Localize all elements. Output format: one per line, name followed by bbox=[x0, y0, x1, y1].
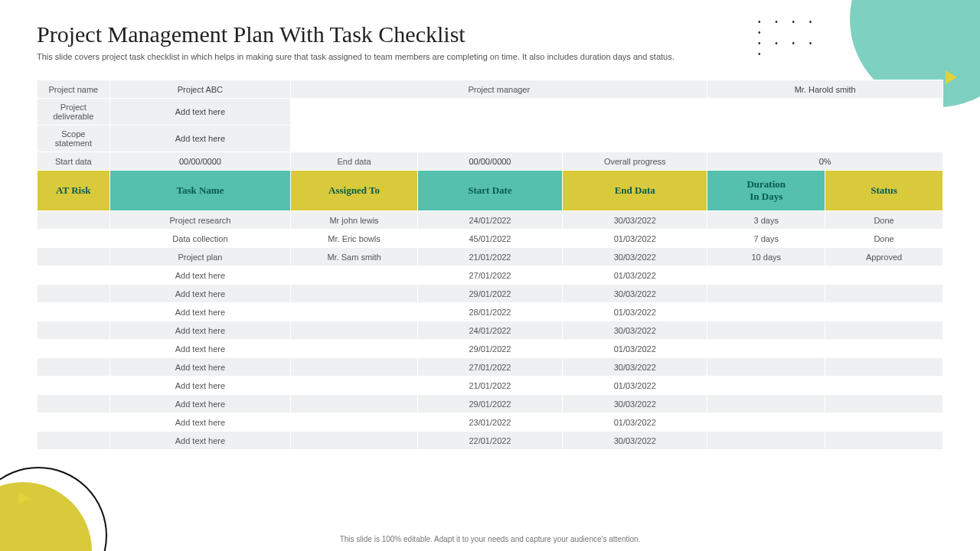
meta-label: Scope statement bbox=[38, 126, 110, 152]
footer-note: This slide is 100% editable. Adapt it to… bbox=[0, 535, 980, 543]
cell-start: 28/01/2022 bbox=[417, 303, 562, 321]
cell-name: Add text here bbox=[109, 432, 291, 450]
cell-assigned bbox=[291, 266, 418, 285]
table-row: Add text here21/01/202201/03/2022 bbox=[38, 377, 943, 395]
cell-end: 30/03/2022 bbox=[563, 358, 707, 377]
meta-label: Overall progress bbox=[563, 152, 707, 171]
meta-value: Mr. Harold smith bbox=[707, 80, 943, 99]
cell-start: 22/01/2022 bbox=[417, 432, 562, 450]
cell-risk bbox=[38, 266, 110, 285]
table-row: Add text here29/01/202201/03/2022 bbox=[38, 340, 943, 358]
cell-end: 30/03/2022 bbox=[563, 285, 707, 303]
cell-status bbox=[825, 340, 943, 358]
cell-dur bbox=[707, 377, 825, 395]
blank-cell bbox=[291, 126, 943, 152]
cell-assigned bbox=[291, 321, 418, 340]
cell-dur bbox=[707, 321, 825, 340]
page-subtitle: This slide covers project task checklist… bbox=[37, 52, 943, 61]
cell-end: 30/03/2022 bbox=[563, 395, 707, 413]
meta-label: End data bbox=[291, 152, 418, 171]
table-row: Add text here29/01/202230/03/2022 bbox=[38, 285, 943, 303]
cell-start: 24/01/2022 bbox=[417, 321, 562, 340]
cell-start: 27/01/2022 bbox=[417, 358, 562, 377]
table-row: Add text here29/01/202230/03/2022 bbox=[38, 395, 943, 413]
cell-status bbox=[825, 321, 943, 340]
col-header-duration: Duration In Days bbox=[707, 171, 825, 211]
meta-value: Project ABC bbox=[109, 80, 291, 99]
cell-status bbox=[825, 266, 943, 285]
cell-assigned bbox=[291, 358, 418, 377]
meta-value: 00/00/0000 bbox=[417, 152, 562, 171]
cell-risk bbox=[38, 340, 110, 358]
cell-end: 01/03/2022 bbox=[563, 230, 707, 248]
table-row: Add text here22/01/202230/03/2022 bbox=[38, 432, 943, 450]
meta-label: Project name bbox=[38, 80, 110, 99]
cell-risk bbox=[38, 377, 110, 395]
cell-assigned bbox=[291, 285, 418, 303]
cell-assigned bbox=[291, 303, 418, 321]
cell-status: Done bbox=[825, 230, 943, 248]
cell-name: Add text here bbox=[109, 395, 291, 413]
cell-status bbox=[825, 432, 943, 450]
cell-assigned bbox=[291, 377, 418, 395]
meta-value: Add text here bbox=[109, 126, 291, 152]
cell-dur bbox=[707, 303, 825, 321]
col-header-end: End Data bbox=[563, 171, 707, 211]
cell-start: 21/01/2022 bbox=[417, 377, 562, 395]
cell-dur bbox=[707, 413, 825, 432]
meta-label: Project deliverable bbox=[38, 99, 110, 126]
cell-end: 01/03/2022 bbox=[563, 266, 707, 285]
cell-risk bbox=[38, 211, 110, 230]
col-header-assigned: Assigned To bbox=[291, 171, 418, 211]
cell-status: Approved bbox=[825, 248, 943, 266]
cell-start: 29/01/2022 bbox=[417, 395, 562, 413]
cell-name: Add text here bbox=[109, 358, 291, 377]
cell-assigned bbox=[291, 395, 418, 413]
cell-name: Data collection bbox=[109, 230, 291, 248]
cell-name: Add text here bbox=[109, 321, 291, 340]
cell-name: Project research bbox=[109, 211, 291, 230]
cell-risk bbox=[38, 358, 110, 377]
cell-status: Done bbox=[825, 211, 943, 230]
cell-start: 23/01/2022 bbox=[417, 413, 562, 432]
cell-end: 01/03/2022 bbox=[563, 413, 707, 432]
cell-risk bbox=[38, 248, 110, 266]
col-header-task: Task Name bbox=[109, 171, 291, 211]
cell-assigned bbox=[291, 432, 418, 450]
cell-status bbox=[825, 377, 943, 395]
cell-status bbox=[825, 285, 943, 303]
cell-assigned: Mr. Eric bowls bbox=[291, 230, 418, 248]
page-title: Project Management Plan With Task Checkl… bbox=[37, 21, 943, 47]
cell-name: Add text here bbox=[109, 413, 291, 432]
col-header-start: Start Date bbox=[417, 171, 562, 211]
cell-end: 30/03/2022 bbox=[563, 432, 707, 450]
cell-end: 30/03/2022 bbox=[563, 321, 707, 340]
cell-assigned: Mr john lewis bbox=[291, 211, 418, 230]
cell-end: 01/03/2022 bbox=[563, 377, 707, 395]
cell-status bbox=[825, 395, 943, 413]
table-row: Add text here28/01/202201/03/2022 bbox=[38, 303, 943, 321]
meta-label: Start data bbox=[38, 152, 110, 171]
meta-value: Add text here bbox=[109, 99, 291, 126]
play-icon bbox=[18, 491, 30, 505]
table-row: Data collectionMr. Eric bowls45/01/20220… bbox=[38, 230, 943, 248]
meta-value: 00/00/0000 bbox=[109, 152, 291, 171]
cell-start: 45/01/2022 bbox=[417, 230, 562, 248]
table-row: Add text here23/01/202201/03/2022 bbox=[38, 413, 943, 432]
cell-end: 30/03/2022 bbox=[563, 211, 707, 230]
cell-risk bbox=[38, 395, 110, 413]
blank-cell bbox=[291, 99, 943, 126]
cell-name: Add text here bbox=[109, 377, 291, 395]
cell-dur: 10 days bbox=[707, 248, 825, 266]
cell-status bbox=[825, 358, 943, 377]
cell-end: 30/03/2022 bbox=[563, 248, 707, 266]
cell-end: 01/03/2022 bbox=[563, 303, 707, 321]
cell-risk bbox=[38, 285, 110, 303]
cell-dur bbox=[707, 266, 825, 285]
cell-start: 29/01/2022 bbox=[417, 285, 562, 303]
meta-label: Project manager bbox=[291, 80, 707, 99]
cell-risk bbox=[38, 413, 110, 432]
meta-value: 0% bbox=[707, 152, 943, 171]
cell-dur: 7 days bbox=[707, 230, 825, 248]
table-row: Add text here27/01/202230/03/2022 bbox=[38, 358, 943, 377]
